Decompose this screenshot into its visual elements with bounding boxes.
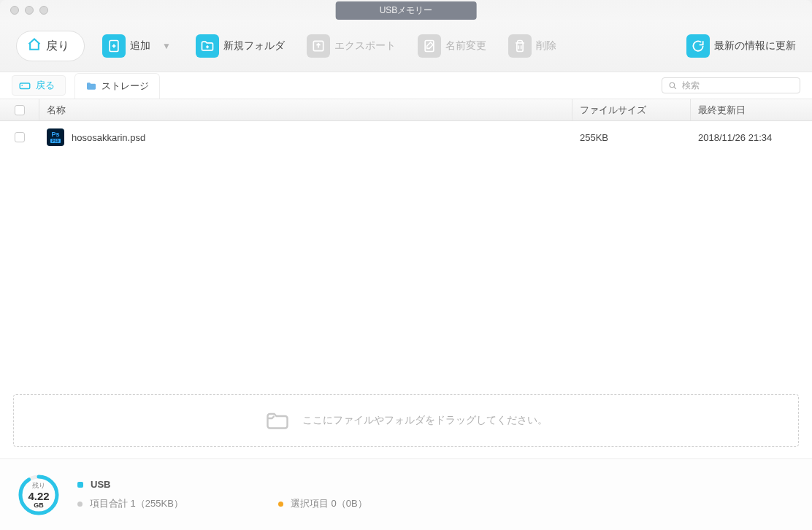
selected-items-text: 選択項目 0（0B） — [291, 497, 367, 510]
row-checkbox-cell — [0, 121, 39, 153]
folder-outline-icon — [264, 407, 291, 434]
gauge-value: 4.22 — [28, 491, 49, 502]
file-date: 2018/11/26 21:34 — [691, 121, 812, 153]
drop-zone[interactable]: ここにファイルやフォルダをドラッグしてください。 — [13, 394, 799, 447]
file-size: 255KB — [572, 121, 691, 153]
chevron-down-icon[interactable]: ▼ — [162, 41, 171, 51]
breadcrumb-back-button[interactable]: 戻る — [12, 75, 66, 96]
back-button[interactable]: 戻り — [16, 31, 85, 61]
drive-icon — [18, 79, 31, 92]
row-checkbox[interactable] — [15, 132, 25, 142]
usb-bullet-icon — [77, 482, 83, 488]
file-name: hososakkarin.psd — [72, 132, 145, 143]
table-header: 名称 ファイルサイズ 最終更新日 — [0, 99, 812, 121]
refresh-label: 最新の情報に更新 — [714, 39, 796, 53]
select-all-checkbox[interactable] — [15, 105, 25, 115]
header-size[interactable]: ファイルサイズ — [572, 99, 691, 120]
table-row[interactable]: PsPSD hososakkarin.psd 255KB 2018/11/26 … — [0, 121, 812, 153]
app-window: USBメモリー 戻り 追加 ▼ 新規フォルダ エクスポート — [0, 0, 812, 530]
window-title: USBメモリー — [336, 1, 477, 20]
search-input[interactable] — [682, 80, 794, 91]
footer: 残り 4.22 GB USB 項目合計 1（255KB） 選択項目 0（0B） — [0, 458, 812, 530]
refresh-icon — [686, 34, 710, 58]
new-folder-button[interactable]: 新規フォルダ — [196, 34, 285, 58]
total-bullet-icon — [77, 502, 83, 507]
usb-label: USB — [91, 479, 110, 490]
home-icon — [27, 37, 42, 55]
refresh-button[interactable]: 最新の情報に更新 — [686, 34, 796, 58]
storage-gauge: 残り 4.22 GB — [18, 474, 60, 516]
folder-plus-icon — [196, 34, 219, 58]
titlebar: USBメモリー — [0, 0, 812, 20]
add-file-icon — [102, 34, 126, 58]
drop-zone-text: ここにファイルやフォルダをドラッグしてください。 — [302, 414, 548, 427]
rename-label: 名前変更 — [445, 39, 486, 53]
gauge-remaining-label: 残り — [32, 481, 45, 491]
breadcrumb-storage-tab[interactable]: ストレージ — [74, 73, 160, 99]
header-date[interactable]: 最終更新日 — [691, 99, 812, 120]
footer-info: USB 項目合計 1（255KB） 選択項目 0（0B） — [77, 479, 367, 510]
breadcrumb-bar: 戻る ストレージ — [0, 72, 812, 99]
gauge-unit: GB — [34, 502, 44, 509]
breadcrumb-storage-label: ストレージ — [102, 80, 149, 93]
table-body: PsPSD hososakkarin.psd 255KB 2018/11/26 … — [0, 121, 812, 153]
traffic-lights — [0, 6, 48, 15]
export-button: エクスポート — [307, 34, 396, 58]
trash-icon — [508, 34, 532, 58]
close-dot[interactable] — [10, 6, 19, 15]
delete-label: 削除 — [536, 39, 556, 53]
export-icon — [307, 34, 330, 58]
back-label: 戻り — [46, 39, 69, 54]
export-label: エクスポート — [334, 39, 396, 53]
total-items-text: 項目合計 1（255KB） — [90, 497, 183, 510]
header-name[interactable]: 名称 — [39, 99, 572, 120]
delete-button: 削除 — [508, 34, 556, 58]
selected-bullet-icon — [278, 502, 283, 507]
new-folder-label: 新規フォルダ — [223, 39, 285, 53]
search-box[interactable] — [662, 77, 800, 93]
search-icon — [668, 81, 678, 91]
add-label: 追加 — [130, 39, 150, 53]
breadcrumb-back-label: 戻る — [36, 79, 55, 92]
svg-rect-3 — [20, 83, 30, 89]
rename-button: 名前変更 — [418, 34, 486, 58]
toolbar: 戻り 追加 ▼ 新規フォルダ エクスポート 名前変更 — [0, 20, 812, 72]
psd-file-icon: PsPSD — [47, 128, 64, 146]
maximize-dot[interactable] — [39, 6, 48, 15]
svg-point-4 — [670, 82, 675, 88]
rename-icon — [418, 34, 441, 58]
header-checkbox-cell — [0, 99, 39, 120]
folder-icon — [85, 80, 97, 92]
minimize-dot[interactable] — [25, 6, 34, 15]
add-button[interactable]: 追加 — [102, 34, 150, 58]
